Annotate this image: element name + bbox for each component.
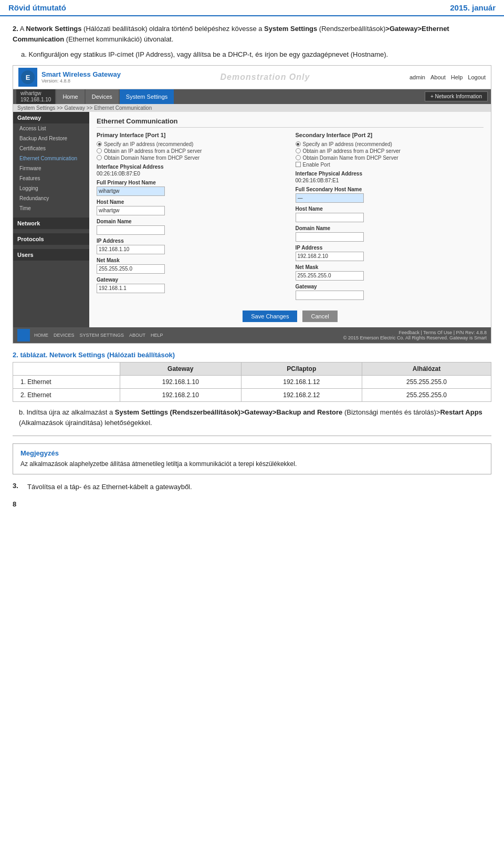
- primary-domain-input[interactable]: [97, 225, 165, 235]
- footer-about[interactable]: ABOUT: [129, 333, 145, 338]
- screenshot: E Smart Wireless Gateway Version: 4.8.8 …: [13, 65, 491, 344]
- network-info-button[interactable]: + Network Information: [425, 91, 488, 101]
- footer-nav: HOME DEVICES SYSTEM SETTINGS ABOUT HELP: [34, 333, 163, 338]
- secondary-col: Secondary Interface [Port 2] Specify an …: [296, 132, 484, 303]
- primary-col: Primary Interface [Port 1] Specify an IP…: [97, 132, 285, 303]
- primary-domain-group: [97, 225, 285, 235]
- cancel-button[interactable]: Cancel: [302, 311, 337, 322]
- section-divider: [13, 436, 491, 436]
- footer-devices[interactable]: DEVICES: [54, 333, 75, 338]
- sidebar-section-gateway: Gateway: [13, 112, 89, 123]
- footer-logo: [17, 329, 30, 341]
- secondary-ip-input[interactable]: [296, 252, 364, 261]
- secondary-domain-input[interactable]: [296, 232, 364, 242]
- secondary-radio3-dot: [296, 155, 301, 160]
- app-title-area: Smart Wireless Gateway Version: 4.8.8: [41, 70, 121, 84]
- primary-domain-label: Domain Name: [97, 219, 285, 224]
- page-number: 8: [13, 500, 491, 508]
- sidebar-item-time[interactable]: Time: [13, 203, 89, 213]
- admin-link[interactable]: admin: [410, 74, 425, 80]
- primary-ip-label: IP Address: [97, 238, 285, 244]
- logout-link[interactable]: Logout: [468, 74, 486, 80]
- table-cell-row2-label: 2. Ethernet: [13, 388, 120, 401]
- footer-copyright: © 2015 Emerson Electric Co. All Rights R…: [343, 335, 487, 340]
- save-changes-button[interactable]: Save Changes: [243, 311, 297, 322]
- secondary-checkbox-enable[interactable]: Enable Port: [296, 162, 484, 168]
- sidebar: Gateway Access List Backup And Restore C…: [13, 112, 89, 327]
- table-header-empty: [13, 362, 120, 375]
- primary-radio3-label: Obtain Domain Name from DHCP Server: [104, 155, 200, 161]
- table-header-pc: PC/laptop: [241, 362, 362, 375]
- secondary-hostfull-group: [296, 193, 484, 203]
- primary-radio2-label: Obtain an IP address from a DHCP server: [104, 148, 202, 154]
- secondary-radio2[interactable]: Obtain an IP address from a DHCP server: [296, 148, 484, 154]
- primary-radio2[interactable]: Obtain an IP address from a DHCP server: [97, 148, 285, 154]
- app-logo-area: E Smart Wireless Gateway Version: 4.8.8: [18, 68, 121, 87]
- emerson-logo: E: [18, 68, 37, 87]
- primary-ip-input[interactable]: [97, 245, 165, 254]
- secondary-ip-group: [296, 252, 484, 261]
- about-link[interactable]: About: [430, 74, 446, 80]
- demo-watermark: Demonstration Only: [220, 73, 310, 82]
- nav-system-settings[interactable]: System Settings: [120, 89, 174, 104]
- note-text: Az alkalmazások alaphelyzetbe állítása á…: [20, 459, 484, 469]
- help-link[interactable]: Help: [451, 74, 463, 80]
- nav-bar: wihartgw 192.168.1.10 Home Devices Syste…: [13, 89, 491, 104]
- nav-home[interactable]: Home: [56, 89, 84, 104]
- primary-hostname-input[interactable]: [97, 206, 165, 215]
- network-settings-table: Gateway PC/laptop Alhálózat 1. Ethernet …: [13, 362, 491, 402]
- sidebar-item-firmware[interactable]: Firmware: [13, 163, 89, 173]
- footer-help[interactable]: HELP: [151, 333, 163, 338]
- primary-netmask-group: [97, 264, 285, 274]
- table-cell-row2-subnet: 255.255.255.0: [362, 388, 491, 401]
- primary-netmask-input[interactable]: [97, 264, 165, 274]
- secondary-hostname-input[interactable]: [296, 213, 364, 222]
- secondary-hostname-group: [296, 213, 484, 222]
- secondary-netmask-group: [296, 271, 484, 281]
- secondary-radio1[interactable]: Specify an IP address (recommended): [296, 141, 484, 147]
- secondary-gateway-group: [296, 291, 484, 300]
- app-main: Gateway Access List Backup And Restore C…: [13, 112, 491, 327]
- table-header-subnet: Alhálózat: [362, 362, 491, 375]
- table-header-gateway: Gateway: [120, 362, 241, 375]
- content-panel: Ethernet Communication Primary Interface…: [89, 112, 491, 327]
- primary-radio1[interactable]: Specify an IP address (recommended): [97, 141, 285, 147]
- table-cell-row1-label: 1. Ethernet: [13, 375, 120, 388]
- step3-text: Távolítsa el a táp- és az Ethernet-kábel…: [27, 482, 192, 492]
- primary-hostfull-input[interactable]: [97, 187, 165, 196]
- secondary-radio3[interactable]: Obtain Domain Name from DHCP Server: [296, 155, 484, 161]
- sidebar-item-redundancy[interactable]: Redundancy: [13, 193, 89, 203]
- sidebar-item-backup[interactable]: Backup And Restore: [13, 133, 89, 143]
- note-title: Megjegyzés: [20, 449, 484, 457]
- table-cell-row1-subnet: 255.255.255.0: [362, 375, 491, 388]
- footer-feedback: Feedback | Terms Of Use | P/N Rev: 4.8.8: [343, 330, 487, 335]
- secondary-netmask-label: Net Mask: [296, 264, 484, 270]
- nav-devices[interactable]: Devices: [86, 89, 119, 104]
- primary-radio3-dot: [97, 155, 102, 160]
- secondary-hostfull-label: Full Secondary Host Name: [296, 187, 484, 192]
- secondary-domain-label: Domain Name: [296, 225, 484, 231]
- footer-home[interactable]: HOME: [34, 333, 48, 338]
- sidebar-item-logging[interactable]: Logging: [13, 183, 89, 193]
- primary-hostfull-label: Full Primary Host Name: [97, 180, 285, 185]
- primary-radio3[interactable]: Obtain Domain Name from DHCP Server: [97, 155, 285, 161]
- footer-system-settings[interactable]: SYSTEM SETTINGS: [80, 333, 124, 338]
- primary-gateway-input[interactable]: [97, 284, 165, 293]
- breadcrumb: System Settings >> Gateway >> Ethernet C…: [13, 104, 491, 112]
- sidebar-item-certificates[interactable]: Certificates: [13, 143, 89, 153]
- panel-title: Ethernet Communication: [97, 117, 484, 128]
- primary-col-title: Primary Interface [Port 1]: [97, 132, 285, 138]
- secondary-hostfull-input[interactable]: [296, 193, 364, 203]
- sidebar-item-access-list[interactable]: Access List: [13, 123, 89, 133]
- sidebar-item-ethernet[interactable]: Ethernet Communication: [13, 153, 89, 163]
- table-row: 2. Ethernet 192.168.2.10 192.168.2.12 25…: [13, 388, 491, 401]
- doc-date: 2015. január: [450, 3, 496, 12]
- secondary-netmask-input[interactable]: [296, 271, 364, 281]
- sidebar-item-features[interactable]: Features: [13, 173, 89, 183]
- primary-hostfull-group: [97, 187, 285, 196]
- step3-num: 3.: [13, 482, 23, 492]
- secondary-domain-group: [296, 232, 484, 242]
- table-cell-row2-gateway: 192.168.2.10: [120, 388, 241, 401]
- secondary-col-title: Secondary Interface [Port 2]: [296, 132, 484, 138]
- secondary-gateway-input[interactable]: [296, 291, 364, 300]
